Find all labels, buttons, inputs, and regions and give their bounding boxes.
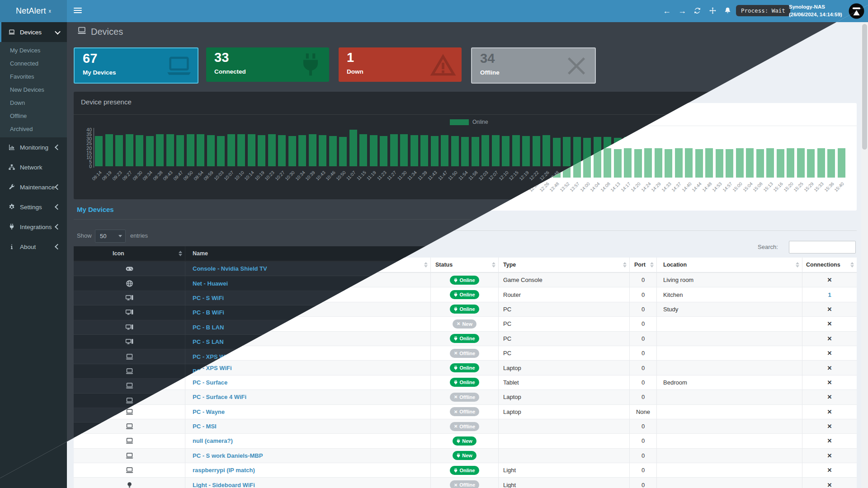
search-input[interactable] [789,230,856,242]
device-name-link[interactable]: PC - Surface 4 WiFi [193,382,246,389]
device-name-link[interactable]: PC - Wayne [193,397,225,404]
device-name-link[interactable]: PC - S WiFi [193,295,224,301]
device-name-link[interactable]: raspberrypi (IP match) [193,455,255,462]
device-name-link[interactable]: Light - bedside B WiFi [193,485,254,488]
user-avatar[interactable] [848,3,865,19]
stat-card-connected[interactable]: 33Connected [206,47,329,82]
sidebar-item-maintenance[interactable]: Maintenance [0,177,67,197]
warning-icon [429,51,457,79]
plug-icon [454,369,458,373]
sidebar-subitem-down[interactable]: Down [0,96,67,109]
desktop-icon [125,308,134,317]
device-name-link[interactable]: Light - Sideboard WiFi [193,470,255,477]
device-name-link[interactable]: Net - Huawei [193,280,228,287]
sidebar-item-monitoring[interactable]: Monitoring [0,137,67,157]
bell-icon[interactable] [722,6,732,16]
sidebar-subitem-offline[interactable]: Offline [0,109,67,122]
sort-icon[interactable] [650,250,654,257]
x-icon: ✕ [454,413,458,418]
refresh-icon[interactable] [692,6,702,16]
chevron-left-icon [55,204,61,210]
stat-value: 67 [83,51,97,66]
device-name-link[interactable]: PC - B LAN [193,324,224,331]
device-row: PC - Surface 4 WiFi✕OfflineLaptop0✕ [74,379,857,393]
sort-icon[interactable] [623,250,627,257]
bar [237,134,245,166]
device-name-link[interactable]: Console - Nvidia Shield TV [193,265,267,272]
plug-icon [454,457,458,461]
device-name-link[interactable]: PC - Surface [193,368,227,375]
stat-card-my-devices[interactable]: 67My Devices [74,47,198,84]
column-header-connections[interactable]: Connections [802,246,857,261]
bar [136,135,143,166]
column-header-name[interactable]: Name [185,246,431,261]
bar [166,134,174,166]
bar [339,137,347,166]
brand-logo[interactable]: NetAlert x [0,0,67,22]
column-header-label: Location [663,250,687,257]
bar [695,138,703,166]
x-icon: ✕ [454,398,458,403]
move-icon[interactable] [708,6,717,16]
device-name-link[interactable]: PC - S work Daniels-MBP [193,441,263,448]
stat-card-offline[interactable]: 34Offline [471,47,596,84]
status-text: Online [459,368,475,374]
sort-icon[interactable] [850,250,854,257]
process-status-badge[interactable]: Process: Wait [736,5,790,16]
bar [573,137,581,166]
brand-text: NetAlert [16,6,46,16]
bar [227,134,235,166]
sidebar-item-integrations[interactable]: Integrations [0,217,67,237]
nav-forward-arrow-icon[interactable]: → [677,6,687,16]
bar [492,135,500,166]
device-name-link[interactable]: null (camera?) [193,426,233,433]
sort-icon[interactable] [796,250,799,257]
sidebar-item-about[interactable]: About [0,237,67,257]
stat-card-down[interactable]: 1Down [339,47,462,82]
bar [187,134,194,166]
tab-my-devices[interactable]: My Devices [77,206,114,213]
brand-sup: x [49,9,51,14]
sidebar-item-network[interactable]: Network [0,157,67,177]
bar [431,136,439,166]
sidebar-subitem-connected[interactable]: Connected [0,57,67,70]
sort-icon[interactable] [424,250,428,257]
column-header-location[interactable]: Location [657,246,802,261]
column-header-status[interactable]: Status [431,246,499,261]
sidebar-subitem-archived[interactable]: Archived [0,122,67,136]
sort-icon[interactable] [492,250,495,257]
bar [258,135,265,166]
plug-icon [454,296,458,300]
device-name-link[interactable]: PC - B WiFi [193,309,224,316]
laptop-icon [125,411,134,419]
no-connections-mark: ✕ [827,382,832,389]
nav-back-arrow-icon[interactable]: ← [662,6,672,16]
hamburger-menu-icon[interactable] [74,8,82,14]
column-header-type[interactable]: Type [499,246,630,261]
chart-legend[interactable]: Online [450,119,488,125]
chevron-left-icon [55,224,61,230]
bar [349,130,357,166]
sidebar-subitem-new-devices[interactable]: New Devices [0,83,67,96]
device-port: 0 [642,485,645,488]
sidebar-item-devices[interactable]: Devices [0,22,67,42]
status-badge: ✕Offline [450,484,479,488]
sidebar-item-settings[interactable]: Settings [0,197,67,217]
status-badge: ✕Offline [450,469,479,478]
plug-icon [8,223,15,230]
column-header-port[interactable]: Port [630,246,657,261]
stat-label: My Devices [83,69,116,76]
device-port: None [636,397,650,404]
device-name-link[interactable]: PC - MSI [193,412,217,418]
sidebar-subitem-my-devices[interactable]: My Devices [0,44,67,57]
device-name-link[interactable]: PC - XPS WiFi [193,353,232,360]
device-name-link[interactable]: PC - S LAN [193,338,224,345]
connections-link[interactable]: 1 [828,280,831,287]
x-icon: ✕ [454,339,458,344]
plug-icon [454,354,458,359]
column-header-icon[interactable]: Icon [74,246,185,261]
sidebar-subitem-favorites[interactable]: Favorites [0,70,67,83]
sort-icon[interactable] [179,250,182,257]
device-port: 0 [642,280,645,287]
page-size-select[interactable]: 50 [95,230,126,243]
